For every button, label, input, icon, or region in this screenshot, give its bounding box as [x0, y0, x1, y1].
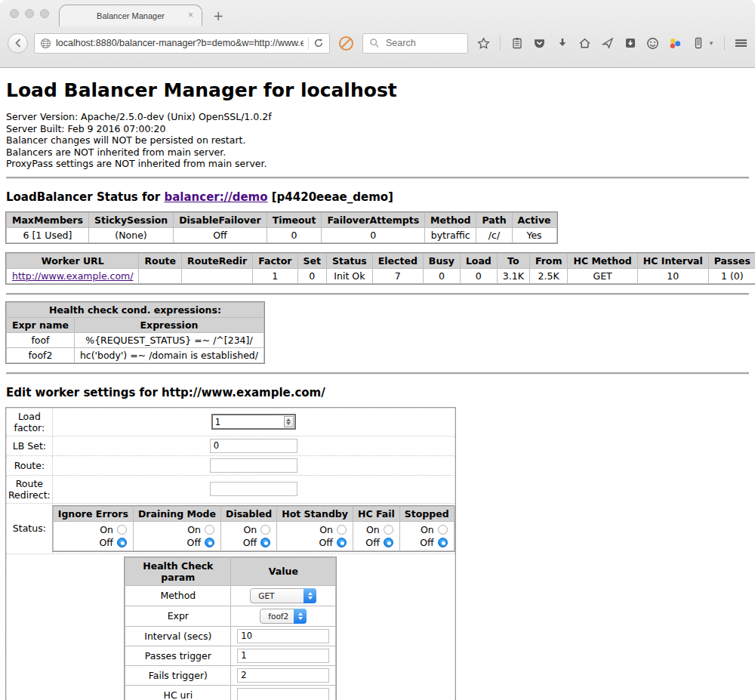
load-factor-input[interactable]	[213, 417, 284, 427]
menu-hamburger-icon[interactable]	[735, 37, 747, 50]
param-label: HC uri	[125, 685, 231, 700]
col-header: Expression	[74, 317, 263, 332]
reading-list-icon[interactable]	[510, 37, 523, 50]
load-factor-stepper[interactable]	[211, 414, 296, 430]
back-button[interactable]	[8, 33, 28, 54]
feedback-smiley-icon[interactable]	[646, 37, 659, 50]
radio-on-ignore-errors[interactable]	[117, 525, 127, 535]
fails-input[interactable]	[237, 668, 329, 683]
hc-expr-title: Health check cond. expressions:	[7, 302, 264, 317]
url-text[interactable]: localhost:8880/balancer-manager?b=demo&w…	[56, 38, 304, 48]
col-header: HC Interval	[637, 253, 708, 268]
hc-uri-input[interactable]	[237, 688, 329, 700]
radio-on-hc-fail[interactable]	[384, 525, 393, 535]
radio-on-disabled[interactable]	[260, 525, 270, 535]
chevron-down-icon[interactable]: ▼	[708, 40, 714, 47]
browser-chrome: Balancer Manager × + localhost:8880/bala…	[0, 0, 755, 68]
toolbar-icons: ▼	[477, 35, 755, 51]
cell-worker-url: http://www.example.com/	[7, 268, 139, 283]
browser-tab[interactable]: Balancer Manager ×	[59, 5, 202, 26]
method-select[interactable]: GET	[250, 588, 316, 603]
radio-on-stopped[interactable]	[438, 525, 448, 535]
url-bar[interactable]: localhost:8880/balancer-manager?b=demo&w…	[34, 33, 330, 54]
radio-group-hc-fail: On Off	[353, 521, 399, 550]
screenshot-root: { "browser": { "tab_title": "Balancer Ma…	[0, 0, 755, 700]
device-sync-icon[interactable]	[692, 37, 704, 50]
download-icon[interactable]	[556, 37, 569, 50]
passes-input[interactable]	[237, 649, 329, 663]
persist-note-line: Balancer changes will NOT be persisted o…	[6, 134, 245, 146]
worker-url-link[interactable]: http://www.example.com/	[12, 270, 133, 282]
divider	[6, 293, 749, 295]
radio-off-draining-mode[interactable]	[205, 538, 214, 547]
cell-expr-name: foof2	[7, 347, 75, 362]
toolbar-separator	[724, 35, 725, 51]
new-tab-button[interactable]: +	[213, 8, 223, 23]
tab-close-icon[interactable]: ×	[188, 11, 193, 20]
col-header: From	[529, 253, 568, 268]
bookmark-star-icon[interactable]	[477, 37, 490, 50]
radio-off-label: Off	[365, 537, 379, 548]
pocket-icon[interactable]	[533, 37, 546, 50]
radio-off-hc-fail[interactable]	[384, 538, 393, 547]
col-header: Stopped	[399, 506, 454, 521]
col-header: Method	[425, 212, 476, 227]
lb-set-input[interactable]	[210, 439, 297, 453]
reload-icon[interactable]	[313, 38, 324, 48]
form-row-lb-set: LB Set:	[7, 436, 455, 455]
col-header: HC Method	[568, 253, 637, 268]
radio-on-hot-standby[interactable]	[337, 525, 347, 535]
cell-route	[139, 268, 182, 283]
save-to-pocket-icon[interactable]	[624, 37, 636, 50]
interval-input[interactable]	[237, 629, 329, 643]
window-close-button[interactable]	[10, 9, 19, 18]
cell-load: 0	[460, 268, 497, 283]
globe-icon	[40, 38, 51, 49]
radio-off-ignore-errors[interactable]	[117, 538, 127, 547]
lb-status-data-row: 6 [1 Used] (None) Off 0 0 bytraffic /c/ …	[7, 227, 557, 242]
radio-off-disabled[interactable]	[260, 538, 270, 547]
field-label: Load factor:	[7, 408, 53, 436]
lb-status-heading: LoadBalancer Status for balancer://demo …	[6, 190, 749, 204]
col-header: Load	[460, 253, 497, 268]
radio-off-stopped[interactable]	[438, 538, 448, 547]
radio-group-draining-mode: On Off	[133, 521, 220, 550]
send-tab-icon[interactable]	[601, 37, 614, 50]
radio-off-label: Off	[99, 537, 112, 548]
cell-hc-method: GET	[568, 268, 637, 283]
field-value-cell	[52, 436, 455, 455]
form-row-hc-params: Health Check param Value Method GET	[7, 554, 455, 700]
colored-dots-icon[interactable]	[669, 37, 682, 50]
col-header: Path	[476, 212, 512, 227]
col-header: HC Fail	[353, 506, 399, 521]
col-header: Set	[297, 253, 326, 268]
balancer-demo-link[interactable]: balancer://demo	[164, 190, 267, 204]
content-blocked-icon[interactable]	[339, 36, 353, 51]
search-field[interactable]	[362, 33, 468, 54]
cell-timeout: 0	[267, 227, 322, 242]
hc-expr-row: foof2 hc('body') =~ /domain is establish…	[7, 347, 264, 362]
col-header: Passes	[708, 253, 755, 268]
home-icon[interactable]	[578, 37, 591, 50]
cell-active: Yes	[512, 227, 556, 242]
hc-params-cell: Health Check param Value Method GET	[7, 554, 455, 700]
cell-factor: 1	[253, 268, 297, 283]
tab-bar: Balancer Manager × +	[0, 0, 755, 26]
form-row-route: Route:	[7, 455, 455, 475]
hc-params-table: Health Check param Value Method GET	[125, 557, 336, 700]
search-input[interactable]	[384, 37, 452, 49]
cell-to: 3.1K	[497, 268, 529, 283]
field-label: LB Set:	[7, 436, 53, 455]
window-zoom-button[interactable]	[40, 9, 49, 18]
route-redirect-input[interactable]	[210, 482, 297, 496]
number-spinner-icon[interactable]	[284, 416, 294, 427]
hc-params-header-row: Health Check param Value	[125, 557, 336, 585]
radio-off-hot-standby[interactable]	[337, 538, 347, 547]
window-minimize-button[interactable]	[25, 9, 34, 18]
route-input[interactable]	[210, 458, 297, 473]
page-title: Load Balancer Manager for localhost	[6, 79, 749, 101]
radio-on-draining-mode[interactable]	[205, 525, 214, 535]
expr-select[interactable]: foof2	[260, 609, 307, 624]
cell-expr-name: foof	[7, 332, 75, 347]
col-header: Expr name	[7, 317, 75, 332]
